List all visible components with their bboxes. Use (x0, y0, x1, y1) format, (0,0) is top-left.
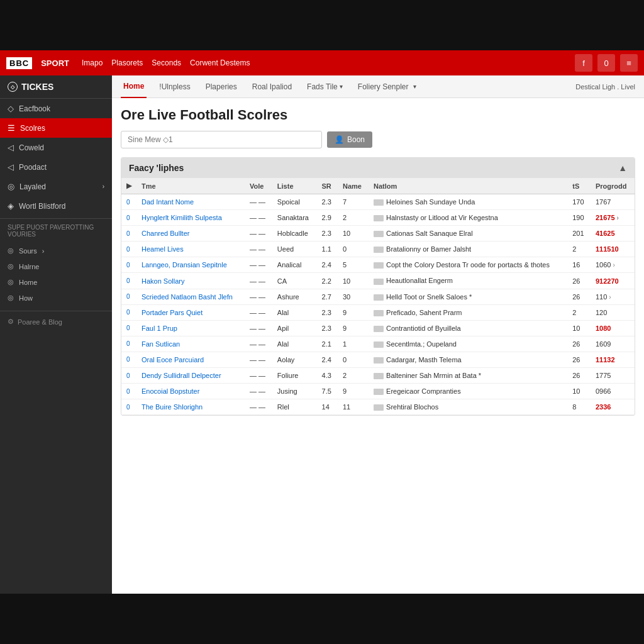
search-btn-label: Boon (347, 135, 365, 144)
row-id[interactable]: 0 (126, 199, 130, 206)
subnav-ulnpless[interactable]: !Ulnpless (157, 75, 192, 98)
row-id[interactable]: 0 (126, 293, 130, 300)
sours-icon: ◎ (8, 247, 14, 255)
col-tme: Tme (136, 178, 245, 194)
row-ts: 26 (567, 273, 591, 289)
row-sr: 4.3 (317, 368, 338, 384)
brand-icon: ◇ (8, 82, 18, 92)
row-prog[interactable]: 41625 (591, 226, 635, 242)
row-time[interactable]: Hynglerlt Kimilith Sulpesta (136, 210, 245, 226)
row-time[interactable]: Heamel Lives (136, 242, 245, 257)
sidebar-item-poodact[interactable]: ◁ Poodact (0, 157, 112, 177)
row-play-col: 0 (121, 242, 136, 257)
nav-link-imapo[interactable]: Imapo (82, 58, 103, 67)
sidebar-label-poodact: Poodact (19, 163, 47, 172)
table-row: 0 Dad Intant Nome — — Spoical 2.3 7 Helo… (121, 194, 635, 210)
search-button[interactable]: 👤 Boon (327, 131, 372, 148)
row-time[interactable]: Portader Pars Quiet (136, 304, 245, 320)
brand-label: TICKES (21, 82, 53, 92)
row-name: 5 (338, 257, 369, 273)
search-input[interactable] (121, 131, 322, 148)
subnav-roal[interactable]: Roal Ipaliod (250, 75, 294, 98)
collapse-button[interactable]: ▲ (618, 163, 627, 173)
top-nav-icons: f 0 ≡ (575, 54, 638, 72)
row-prog[interactable]: 2336 (591, 399, 635, 415)
row-prog[interactable]: 912270 (591, 273, 635, 289)
row-time[interactable]: Dad Intant Nome (136, 194, 245, 210)
user-icon[interactable]: 0 (597, 54, 615, 72)
subnav-foliery[interactable]: Foliery Senpler ▾ (355, 75, 419, 98)
sidebar-sub-home[interactable]: ◎ Home (0, 274, 112, 290)
row-play-col: 0 (121, 210, 136, 226)
home-icon: ◎ (8, 278, 14, 286)
subnav-fads[interactable]: Fads Tile ▾ (304, 75, 345, 98)
row-time[interactable]: Hakon Sollary (136, 273, 245, 289)
row-id[interactable]: 0 (126, 372, 130, 379)
row-nation: Eregeicaor Compranties (369, 384, 567, 399)
flag-icon (374, 199, 384, 206)
row-play-col: 0 (121, 257, 136, 273)
row-id[interactable]: 0 (126, 214, 130, 221)
sidebar-item-layaled[interactable]: ◎ Layaled › (0, 177, 112, 196)
row-arrow-icon: › (617, 214, 619, 221)
nav-link-seconds[interactable]: Seconds (152, 58, 181, 67)
flag-icon (374, 341, 384, 348)
row-time[interactable]: Dendy Sullidrall Delpecter (136, 368, 245, 384)
sidebar-item-wortl[interactable]: ◈ Wortl Blistford (0, 196, 112, 216)
row-name: 1 (338, 336, 369, 352)
flag-icon (374, 389, 384, 395)
menu-icon[interactable]: ≡ (620, 54, 638, 72)
sidebar-item-eacfbook[interactable]: ◇ Eacfbook (0, 99, 112, 118)
row-name: 9 (338, 320, 369, 336)
row-score: — — (245, 226, 272, 242)
row-id[interactable]: 0 (126, 309, 130, 316)
sidebar-item-scolres[interactable]: ☰ Scolres (0, 118, 112, 138)
footer-label: Poaree & Blog (18, 318, 62, 326)
person-icon: 👤 (335, 135, 344, 144)
row-id[interactable]: 0 (126, 262, 130, 269)
row-score: — — (245, 399, 272, 415)
row-time[interactable]: Enocoial Bopstuter (136, 384, 245, 399)
row-prog[interactable]: 11132 (591, 352, 635, 367)
sidebar-footer[interactable]: ⚙ Poaree & Blog (0, 311, 112, 332)
row-id[interactable]: 0 (126, 388, 130, 395)
subnav-plaperies[interactable]: Plaperies (203, 75, 240, 98)
sidebar-sub-sours[interactable]: ◎ Sours › (0, 243, 112, 258)
page-content: Ore Live Football Scolres 👤 Boon Faacy '… (112, 98, 644, 425)
row-id[interactable]: 0 (126, 277, 130, 284)
nav-link-corwent[interactable]: Corwent Destems (190, 58, 250, 67)
row-time[interactable]: Fan Sutlican (136, 336, 245, 352)
subnav-home[interactable]: Home (121, 75, 147, 98)
row-prog[interactable]: 21675 › (591, 210, 635, 226)
row-liste: Sanaktara (272, 210, 317, 226)
row-time[interactable]: Faul 1 Prup (136, 320, 245, 336)
facebook-icon[interactable]: f (575, 54, 592, 72)
sidebar-item-coweld[interactable]: ◁ Coweld (0, 138, 112, 157)
foliery-dropdown-icon: ▾ (413, 83, 416, 90)
nav-link-plasorets[interactable]: Plasorets (111, 58, 143, 67)
row-time[interactable]: Oral Eoce Parcuiard (136, 352, 245, 367)
sidebar-sub-halrne[interactable]: ◎ Halrne (0, 258, 112, 274)
row-id[interactable]: 0 (126, 325, 130, 331)
table-row: 0 Heamel Lives — — Ueed 1.1 0 Bratalionn… (121, 242, 635, 257)
row-id[interactable]: 0 (126, 230, 130, 237)
row-time[interactable]: Chanred Bullter (136, 226, 245, 242)
sidebar-sub-how[interactable]: ◎ How (0, 290, 112, 306)
row-sr: 14 (317, 399, 338, 415)
row-id[interactable]: 0 (126, 340, 130, 347)
bbc-logo: BBC (6, 57, 32, 69)
sidebar-sub-label-halrne: Halrne (19, 263, 39, 270)
row-prog: 120 (591, 304, 635, 320)
sidebar-brand[interactable]: ◇ TICKES (0, 75, 112, 99)
row-name: 0 (338, 352, 369, 367)
flag-icon (374, 310, 384, 316)
row-id[interactable]: 0 (126, 356, 130, 363)
row-prog[interactable]: 111510 (591, 242, 635, 257)
row-prog: 110 › (591, 289, 635, 304)
row-prog[interactable]: 1080 (591, 320, 635, 336)
row-time[interactable]: Lanngeo, Dransian Sepitnle (136, 257, 245, 273)
row-id[interactable]: 0 (126, 404, 130, 411)
row-time[interactable]: Scrieded Natlaom Basht Jlefn (136, 289, 245, 304)
row-time[interactable]: The Buire Shlorighn (136, 399, 245, 415)
row-id[interactable]: 0 (126, 246, 130, 253)
